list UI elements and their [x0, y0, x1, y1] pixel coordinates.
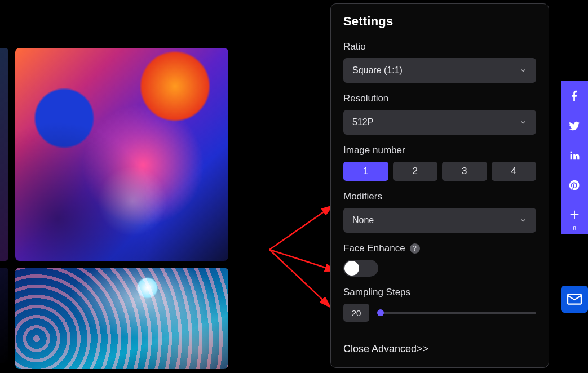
chevron-down-icon — [519, 118, 527, 126]
resolution-label: Resolution — [343, 93, 536, 104]
image-number-option-2[interactable]: 2 — [393, 162, 438, 181]
modifiers-select[interactable]: None — [343, 208, 536, 233]
resolution-value: 512P — [352, 117, 373, 127]
mail-button[interactable] — [561, 286, 588, 313]
svg-line-2 — [269, 250, 330, 307]
close-advanced-link[interactable]: Close Advanced>> — [343, 343, 428, 355]
svg-line-1 — [269, 250, 336, 271]
panel-title: Settings — [343, 14, 536, 29]
ratio-label: Ratio — [343, 41, 536, 52]
sampling-steps-label: Sampling Steps — [343, 287, 536, 298]
ratio-select[interactable]: Square (1:1) — [343, 58, 536, 83]
twitter-icon — [568, 119, 581, 132]
resolution-select[interactable]: 512P — [343, 110, 536, 135]
face-enhance-group: Face Enhance ? — [343, 243, 536, 277]
share-linkedin-button[interactable] — [561, 140, 588, 170]
share-pinterest-button[interactable] — [561, 170, 588, 200]
social-share-sidebar: 8 — [561, 81, 588, 234]
share-twitter-button[interactable] — [561, 110, 588, 140]
face-enhance-toggle[interactable] — [343, 260, 378, 277]
share-facebook-button[interactable] — [561, 81, 588, 110]
mail-icon — [567, 294, 582, 305]
image-number-segmented: 1 2 3 4 — [343, 162, 536, 181]
plus-icon — [568, 208, 581, 221]
svg-line-0 — [269, 206, 333, 250]
gallery-thumb-sliver[interactable] — [0, 48, 8, 261]
gallery-thumb[interactable] — [15, 268, 228, 369]
share-count: 8 — [561, 225, 588, 232]
resolution-group: Resolution 512P — [343, 93, 536, 135]
toggle-knob — [344, 261, 359, 276]
gallery-thumb[interactable] — [15, 48, 228, 261]
facebook-icon — [568, 90, 581, 102]
slider-track — [377, 312, 536, 314]
pinterest-icon — [568, 179, 581, 192]
gallery-thumb-sliver[interactable] — [0, 268, 8, 363]
chevron-down-icon — [519, 66, 527, 74]
image-number-option-1[interactable]: 1 — [343, 162, 388, 181]
slider-thumb[interactable] — [377, 309, 384, 316]
share-more-button[interactable]: 8 — [561, 200, 588, 234]
modifiers-group: Modifiers None — [343, 191, 536, 233]
ratio-group: Ratio Square (1:1) — [343, 41, 536, 83]
modifiers-label: Modifiers — [343, 191, 536, 202]
image-number-option-4[interactable]: 4 — [492, 162, 537, 181]
help-icon[interactable]: ? — [410, 243, 420, 254]
sampling-steps-slider[interactable] — [377, 308, 536, 317]
image-number-label: Image number — [343, 145, 536, 156]
image-number-option-3[interactable]: 3 — [442, 162, 487, 181]
ratio-value: Square (1:1) — [352, 65, 403, 76]
sampling-steps-group: Sampling Steps 20 — [343, 287, 536, 322]
face-enhance-label: Face Enhance — [343, 243, 405, 254]
modifiers-value: None — [352, 215, 374, 225]
chevron-down-icon — [519, 216, 527, 224]
linkedin-icon — [568, 149, 581, 162]
sampling-steps-value: 20 — [343, 304, 369, 322]
image-number-group: Image number 1 2 3 4 — [343, 145, 536, 181]
face-enhance-label-row: Face Enhance ? — [343, 243, 536, 254]
settings-panel: Settings Ratio Square (1:1) Resolution 5… — [330, 3, 549, 368]
